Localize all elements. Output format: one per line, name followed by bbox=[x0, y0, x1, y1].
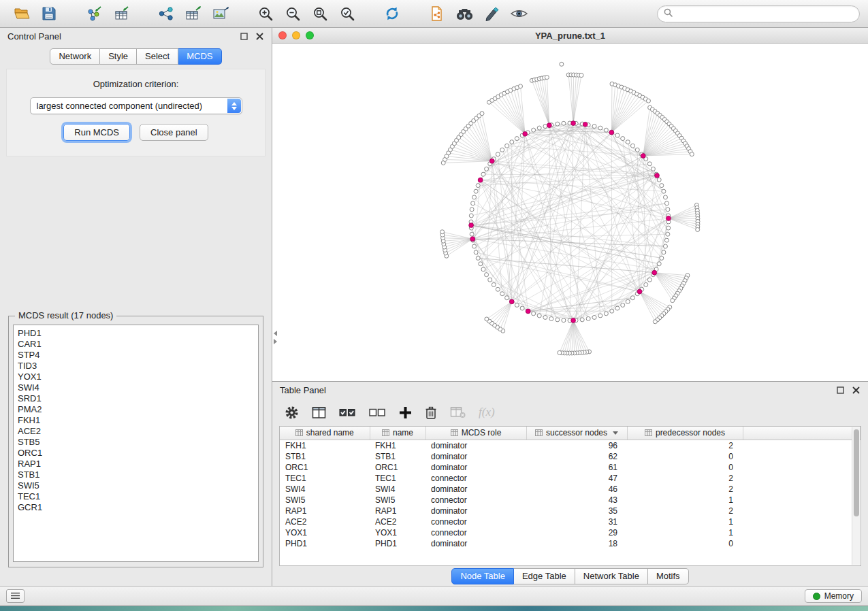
table-row[interactable]: TEC1TEC1connector472 bbox=[280, 473, 861, 484]
result-list-item[interactable]: STB5 bbox=[18, 437, 254, 448]
table-row[interactable]: STB1STB1dominator620 bbox=[280, 451, 861, 462]
new-network-icon[interactable] bbox=[152, 3, 180, 24]
criterion-dropdown[interactable]: largest connected component (undirected) bbox=[30, 97, 242, 114]
table-row[interactable]: RAP1RAP1dominator352 bbox=[280, 506, 861, 516]
table-vertical-scrollbar[interactable] bbox=[852, 427, 860, 565]
zoom-selected-icon[interactable] bbox=[334, 3, 361, 24]
tab-motifs[interactable]: Motifs bbox=[648, 568, 689, 584]
open-folder-icon[interactable] bbox=[8, 3, 35, 24]
close-icon[interactable] bbox=[851, 386, 861, 395]
chevron-up-down-icon bbox=[227, 99, 241, 113]
network-window-titlebar: YPA_prune.txt_1 bbox=[272, 28, 868, 44]
cytoscape-app-window: Control Panel NetworkStyleSelectMCDS Opt… bbox=[0, 0, 868, 606]
predecessor-nodes-cell: 0 bbox=[627, 538, 743, 549]
table-panel-tabs: Node TableEdge TableNetwork TableMotifs bbox=[272, 566, 868, 586]
tab-node-table[interactable]: Node Table bbox=[451, 568, 514, 584]
find-binoculars-icon[interactable] bbox=[451, 3, 478, 24]
column-header-name[interactable]: name bbox=[370, 427, 425, 440]
name-cell: TEC1 bbox=[370, 473, 425, 484]
zoom-out-icon[interactable] bbox=[279, 3, 306, 24]
name-cell: ACE2 bbox=[370, 516, 425, 527]
splitter-collapse-icons[interactable] bbox=[274, 331, 277, 344]
float-icon[interactable] bbox=[239, 32, 248, 42]
close-icon[interactable] bbox=[255, 32, 264, 42]
memory-status-icon bbox=[813, 593, 820, 600]
table-row[interactable]: SWI5SWI5connector431 bbox=[280, 495, 861, 506]
result-list-item[interactable]: TID3 bbox=[18, 361, 254, 371]
column-header-successor-nodes[interactable]: successor nodes bbox=[526, 427, 627, 440]
tab-network[interactable]: Network bbox=[50, 48, 100, 65]
main-toolbar bbox=[0, 0, 868, 28]
result-list-item[interactable]: RAP1 bbox=[18, 459, 254, 469]
minimize-window-icon[interactable] bbox=[292, 31, 300, 39]
zoom-in-icon[interactable] bbox=[252, 3, 279, 24]
result-list-item[interactable]: ACE2 bbox=[18, 426, 254, 437]
gear-icon[interactable] bbox=[285, 403, 299, 421]
save-icon[interactable] bbox=[35, 3, 63, 24]
result-list-item[interactable]: CAR1 bbox=[18, 339, 254, 350]
tab-mcds[interactable]: MCDS bbox=[178, 48, 221, 65]
mcds-result-title: MCDS result (17 nodes) bbox=[15, 310, 116, 320]
column-header-shared-name[interactable]: shared name bbox=[280, 427, 370, 440]
float-icon[interactable] bbox=[835, 386, 845, 395]
result-list-item[interactable]: PMA2 bbox=[18, 404, 254, 415]
import-network-icon[interactable] bbox=[80, 3, 108, 24]
result-list-item[interactable]: ORC1 bbox=[18, 448, 254, 459]
close-panel-button[interactable]: Close panel bbox=[140, 124, 208, 141]
table-row[interactable]: PHD1PHD1dominator180 bbox=[280, 538, 861, 549]
import-table-icon[interactable] bbox=[108, 3, 135, 24]
duplicate-network-icon[interactable] bbox=[423, 3, 451, 24]
shared-name-cell: FKH1 bbox=[280, 440, 370, 451]
eye-icon[interactable] bbox=[505, 3, 532, 24]
search-field[interactable] bbox=[657, 5, 860, 22]
memory-button[interactable]: Memory bbox=[805, 589, 862, 603]
mcds-result-list[interactable]: PHD1CAR1STP4TID3YOX1SWI4SRD1PMA2FKH1ACE2… bbox=[13, 325, 259, 562]
panel-menu-button[interactable] bbox=[6, 589, 25, 603]
mcds-role-cell: dominator bbox=[425, 440, 526, 451]
column-header-MCDS-role[interactable]: MCDS role bbox=[425, 427, 526, 440]
result-list-item[interactable]: STB1 bbox=[18, 469, 254, 480]
result-list-item[interactable]: TEC1 bbox=[18, 491, 254, 502]
deselect-all-icon[interactable] bbox=[369, 403, 386, 421]
search-input[interactable] bbox=[676, 9, 853, 18]
maximize-window-icon[interactable] bbox=[306, 31, 314, 39]
export-table-icon[interactable] bbox=[180, 3, 207, 24]
tab-style[interactable]: Style bbox=[100, 48, 137, 65]
delete-icon[interactable] bbox=[425, 403, 437, 421]
close-window-icon[interactable] bbox=[278, 31, 287, 39]
select-all-icon[interactable] bbox=[339, 403, 356, 421]
collapse-left-icon[interactable] bbox=[274, 331, 277, 336]
zoom-fit-icon[interactable] bbox=[306, 3, 334, 24]
result-list-item[interactable]: FKH1 bbox=[18, 415, 254, 426]
mcds-role-cell: connector bbox=[425, 527, 526, 538]
column-sidebar-icon[interactable] bbox=[312, 403, 326, 421]
network-canvas[interactable] bbox=[272, 44, 868, 381]
table-row[interactable]: FKH1FKH1dominator962 bbox=[280, 440, 861, 451]
table-panel: Table Panel f(x) bbox=[272, 382, 868, 586]
table-row[interactable]: ORC1ORC1dominator610 bbox=[280, 462, 861, 473]
result-list-item[interactable]: STP4 bbox=[18, 350, 254, 361]
tab-edge-table[interactable]: Edge Table bbox=[514, 568, 575, 584]
result-list-item[interactable]: SWI5 bbox=[18, 480, 254, 491]
result-list-item[interactable]: SRD1 bbox=[18, 393, 254, 404]
result-list-item[interactable]: YOX1 bbox=[18, 371, 254, 382]
add-icon[interactable] bbox=[399, 403, 412, 421]
expand-right-icon[interactable] bbox=[274, 339, 277, 344]
result-list-item[interactable]: GCR1 bbox=[18, 502, 254, 513]
control-panel-title: Control Panel bbox=[7, 31, 61, 42]
result-list-item[interactable]: PHD1 bbox=[18, 328, 254, 339]
table-row[interactable]: YOX1YOX1connector291 bbox=[280, 527, 861, 538]
table-row[interactable]: SWI4SWI4dominator462 bbox=[280, 484, 861, 495]
annotation-pen-icon[interactable] bbox=[478, 3, 505, 24]
scrollbar-thumb[interactable] bbox=[854, 429, 859, 516]
refresh-icon[interactable] bbox=[379, 3, 406, 24]
toolbar-group bbox=[152, 3, 234, 24]
node-table-head-row: shared namenameMCDS rolesuccessor nodesp… bbox=[280, 427, 861, 440]
table-row[interactable]: ACE2ACE2connector311 bbox=[280, 516, 861, 527]
export-image-icon[interactable] bbox=[207, 3, 234, 24]
tab-network-table[interactable]: Network Table bbox=[575, 568, 648, 584]
column-header-predecessor-nodes[interactable]: predecessor nodes bbox=[627, 427, 743, 440]
tab-select[interactable]: Select bbox=[137, 48, 178, 65]
run-mcds-button[interactable]: Run MCDS bbox=[63, 124, 130, 141]
result-list-item[interactable]: SWI4 bbox=[18, 382, 254, 393]
